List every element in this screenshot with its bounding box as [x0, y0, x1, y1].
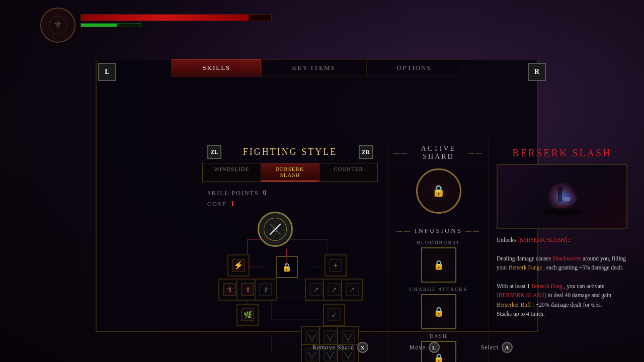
infusion-lock-2: 🔒 — [433, 306, 444, 317]
berserk-slash-panel: BERSERK SLASH Unlocks [BERSERK SLASH] : — [489, 140, 635, 362]
berserk-slash-description: Unlocks [BERSERK SLASH] : Dealing damage… — [497, 235, 627, 319]
fighting-style-subtabs: WINDSLIDE BERSERK SLASH COUNTER — [202, 163, 378, 182]
skill-icon-5[interactable]: 🗡 — [255, 279, 277, 301]
subtab-windslide[interactable]: WINDSLIDE — [203, 163, 261, 182]
select-key: A — [502, 342, 513, 353]
svg-text:🗡: 🗡 — [262, 286, 269, 294]
nav-left-button[interactable]: L — [98, 63, 116, 81]
zl-key-badge: ZL — [207, 145, 221, 159]
desc-highlight-berserk: [BERSERK SLASH] — [517, 237, 567, 243]
desc-berserk-fangs: Berserk Fangs — [509, 264, 542, 270]
deco-line-1 — [393, 224, 484, 224]
svg-point-69 — [557, 186, 563, 192]
infusion-lock-3: 🔒 — [433, 353, 444, 362]
svg-line-5 — [463, 40, 483, 60]
skill-points-row: SKILL POINTS 0 — [197, 187, 383, 199]
desc-shockwaves: Shockwaves — [552, 255, 582, 261]
svg-line-6 — [483, 35, 498, 60]
infusion-slot-bloodburst[interactable]: 🔒 — [421, 247, 456, 283]
zr-key-badge: ZR — [359, 145, 373, 159]
tab-skills[interactable]: SKILLS — [172, 59, 261, 76]
tab-options[interactable]: OPTIONS — [366, 59, 462, 76]
character-icon: ⚜ — [40, 8, 75, 43]
svg-text:🗡: 🗡 — [226, 286, 233, 294]
cost-row: COST 1 — [197, 199, 383, 209]
skill-icon-9[interactable]: 🌿 — [236, 304, 259, 326]
svg-text:╲╱: ╲╱ — [344, 333, 352, 341]
nav-right-button[interactable]: R — [528, 63, 546, 81]
fighting-style-header: ZL FIGHTING STYLE ZR — [197, 145, 383, 159]
remove-shard-action: Remove Shard X — [312, 342, 368, 353]
svg-text:✦: ✦ — [333, 262, 339, 269]
skill-icon-1[interactable]: ⚡ — [227, 254, 250, 277]
infusion-bloodburst: BLOODBURST 🔒 — [393, 240, 484, 283]
svg-text:🌿: 🌿 — [244, 311, 253, 319]
svg-point-71 — [563, 197, 571, 202]
subtab-counter[interactable]: COUNTER — [319, 163, 377, 182]
fighting-style-panel: ZL FIGHTING STYLE ZR WINDSLIDE BERSERK S… — [192, 140, 388, 362]
tab-bar: SKILLS KEY ITEMS OPTIONS — [96, 59, 538, 76]
title-ornament-left: —— — [393, 149, 409, 157]
svg-text:⚜: ⚜ — [53, 19, 62, 30]
preview-illustration — [532, 176, 592, 217]
svg-text:⚡: ⚡ — [233, 260, 244, 270]
desc-berserk-fang: Berserk Fang — [531, 283, 562, 289]
skill-points-value: 0 — [263, 189, 268, 197]
svg-text:╲╱: ╲╱ — [308, 333, 316, 341]
skill-icon-2[interactable]: ✦ — [325, 254, 347, 277]
cost-value: 1 — [231, 200, 235, 208]
title-ornament-right: —— — [468, 149, 484, 157]
tab-key-items[interactable]: KEY ITEMS — [261, 59, 366, 76]
bottom-action-bar: Remove Shard X Move L Select A — [292, 342, 533, 353]
svg-text:╲╱: ╲╱ — [326, 333, 334, 341]
svg-text:↗: ↗ — [349, 286, 355, 294]
stamina-bar-fill — [81, 24, 117, 27]
desc-berserker-buff: Berserker Buff — [497, 302, 531, 308]
active-shard-panel: —— ACTIVE SHARD —— 🔒 —— INFUSIONS —— BLO… — [388, 140, 489, 362]
stamina-bar-container — [80, 23, 141, 27]
select-action: Select A — [481, 342, 513, 353]
svg-text:↗: ↗ — [313, 286, 319, 294]
infusion-charge-attacks: CHARGE ATTACKS 🔒 — [393, 287, 484, 329]
svg-text:🗡: 🗡 — [244, 286, 251, 294]
skill-icon-10[interactable]: ↙ — [323, 304, 345, 326]
fighting-style-title: FIGHTING STYLE — [221, 147, 359, 157]
active-shard-slot[interactable]: 🔒 — [416, 168, 461, 214]
health-bar-fill — [81, 15, 249, 21]
health-bar-container — [80, 14, 272, 21]
infusion-lock-1: 🔒 — [433, 259, 444, 270]
locked-skill-1[interactable]: 🔒 — [276, 256, 298, 278]
svg-text:↙: ↙ — [331, 311, 337, 319]
infusions-title: —— INFUSIONS —— — [393, 227, 484, 235]
shard-lock-icon: 🔒 — [432, 185, 445, 198]
berserk-slash-title: BERSERK SLASH — [497, 147, 627, 159]
remove-shard-key: X — [357, 342, 368, 353]
subtab-berserk-slash[interactable]: BERSERK SLASH — [261, 163, 319, 182]
svg-text:↗: ↗ — [331, 286, 337, 294]
main-skill-icon[interactable] — [258, 212, 293, 247]
infusions-ornament-right: —— — [465, 227, 480, 235]
infusion-slot-charge[interactable]: 🔒 — [421, 294, 456, 329]
move-action: Move L — [410, 342, 440, 353]
main-panel: ZL FIGHTING STYLE ZR WINDSLIDE BERSERK S… — [96, 60, 538, 332]
skill-icon-8[interactable]: ↗ — [341, 279, 363, 301]
active-shard-title: —— ACTIVE SHARD —— — [393, 145, 484, 161]
skill-tree: 🔒 ⚡ ✦ 🗡 🗡 🗡 ↗ — [197, 209, 383, 362]
move-key: L — [429, 342, 440, 353]
berserk-slash-preview — [497, 164, 627, 229]
infusions-ornament-left: —— — [396, 227, 412, 235]
desc-berserk-slash-2: [BERSERK SLASH] — [497, 292, 546, 298]
svg-point-67 — [542, 208, 582, 216]
